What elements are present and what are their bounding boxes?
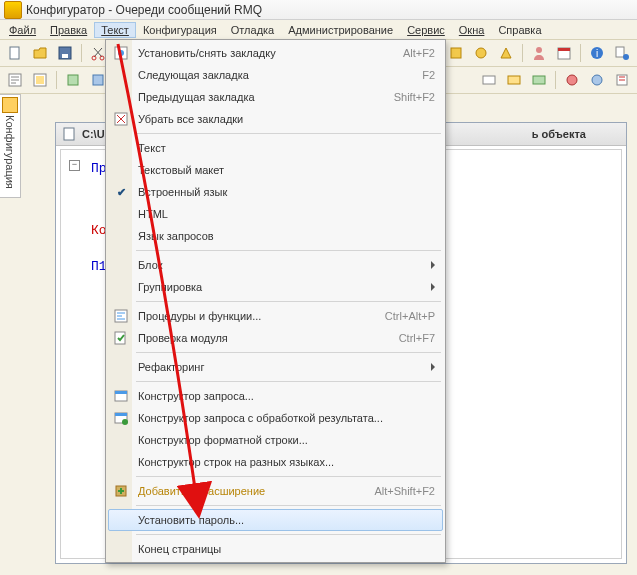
doc-title-tail: ь объекта	[532, 128, 586, 140]
menu-debug[interactable]: Отладка	[224, 22, 281, 38]
window-titlebar: Конфигуратор - Очереди сообщений RMQ	[0, 0, 637, 20]
tb2-i[interactable]	[586, 69, 608, 91]
svg-rect-24	[483, 76, 495, 84]
svg-rect-0	[10, 47, 19, 59]
window-title: Конфигуратор - Очереди сообщений RMQ	[26, 3, 262, 17]
menubar[interactable]: Файл Правка Текст Конфигурация Отладка А…	[0, 20, 637, 40]
query-builder-icon	[112, 387, 130, 405]
tb2-f[interactable]	[503, 69, 525, 91]
tb2-g[interactable]	[528, 69, 550, 91]
mi-block[interactable]: Блок	[108, 254, 443, 276]
mi-bookmark-toggle[interactable]: Установить/снять закладкуAlt+F2	[108, 42, 443, 64]
mi-add-extension[interactable]: Добавить ... расширениеAlt+Shift+F2	[108, 480, 443, 502]
mi-set-password[interactable]: Установить пароль...	[108, 509, 443, 531]
app-icon	[4, 1, 22, 19]
tb2-b[interactable]	[29, 69, 51, 91]
mi-bookmark-prev[interactable]: Предыдущая закладкаShift+F2	[108, 86, 443, 108]
mi-query-lang[interactable]: Язык запросов	[108, 225, 443, 247]
tb-new[interactable]	[4, 42, 26, 64]
menu-config[interactable]: Конфигурация	[136, 22, 224, 38]
svg-rect-21	[36, 76, 44, 84]
svg-point-28	[592, 75, 602, 85]
doc-icon	[62, 126, 78, 142]
svg-point-40	[122, 419, 128, 425]
check-module-icon	[112, 329, 130, 347]
mi-multilang-string[interactable]: Конструктор строк на разных языках...	[108, 451, 443, 473]
svg-rect-30	[64, 128, 74, 140]
bookmark-clear-icon	[112, 110, 130, 128]
svg-rect-23	[93, 75, 103, 85]
svg-rect-14	[558, 48, 570, 51]
svg-rect-2	[62, 54, 68, 58]
bookmark-toggle-icon	[112, 44, 130, 62]
tb-icon-b[interactable]	[470, 42, 492, 64]
tb-save[interactable]	[54, 42, 76, 64]
tb-icon-c[interactable]	[495, 42, 517, 64]
mi-query-builder[interactable]: Конструктор запроса...	[108, 385, 443, 407]
svg-rect-22	[68, 75, 78, 85]
config-icon	[2, 97, 18, 113]
menu-admin[interactable]: Администрирование	[281, 22, 400, 38]
svg-point-32	[118, 50, 124, 56]
menu-service[interactable]: Сервис	[400, 22, 452, 38]
svg-rect-17	[616, 47, 624, 57]
mi-html[interactable]: HTML	[108, 203, 443, 225]
submenu-arrow-icon	[431, 283, 435, 291]
svg-point-12	[536, 47, 542, 53]
side-tab-config[interactable]: Конфигурация	[0, 94, 21, 198]
fold-toggle[interactable]: −	[69, 160, 80, 171]
tb-icon-a[interactable]	[445, 42, 467, 64]
svg-rect-35	[115, 332, 125, 344]
tb2-e[interactable]	[478, 69, 500, 91]
tb-open[interactable]	[29, 42, 51, 64]
svg-point-18	[623, 54, 629, 60]
side-tab-label: Конфигурация	[4, 115, 16, 189]
tb2-j[interactable]	[611, 69, 633, 91]
mi-builtin-lang[interactable]: ✔Встроенный язык	[108, 181, 443, 203]
svg-point-27	[567, 75, 577, 85]
check-icon: ✔	[112, 183, 130, 201]
mi-text-template[interactable]: Текстовый макет	[108, 159, 443, 181]
svg-rect-37	[115, 391, 127, 394]
tb2-h[interactable]	[561, 69, 583, 91]
mi-format-string[interactable]: Конструктор форматной строки...	[108, 429, 443, 451]
menu-file[interactable]: Файл	[2, 22, 43, 38]
tb2-a[interactable]	[4, 69, 26, 91]
menu-text-dropdown: Установить/снять закладкуAlt+F2 Следующа…	[105, 39, 446, 563]
submenu-arrow-icon	[431, 363, 435, 371]
svg-rect-39	[115, 413, 127, 416]
extension-add-icon	[112, 482, 130, 500]
tb-user[interactable]	[528, 42, 550, 64]
menu-edit[interactable]: Правка	[43, 22, 94, 38]
svg-text:i: i	[596, 48, 598, 59]
tb-help[interactable]: i	[586, 42, 608, 64]
tb2-c[interactable]	[62, 69, 84, 91]
mi-procedures[interactable]: Процедуры и функции...Ctrl+Alt+P	[108, 305, 443, 327]
menu-help[interactable]: Справка	[491, 22, 548, 38]
mi-grouping[interactable]: Группировка	[108, 276, 443, 298]
mi-refactoring[interactable]: Рефакторинг	[108, 356, 443, 378]
proc-icon	[112, 307, 130, 325]
query-result-icon	[112, 409, 130, 427]
mi-bookmark-clear[interactable]: Убрать все закладки	[108, 108, 443, 130]
svg-rect-26	[533, 76, 545, 84]
svg-rect-25	[508, 76, 520, 84]
menu-text[interactable]: Текст	[94, 22, 136, 38]
menu-windows[interactable]: Окна	[452, 22, 492, 38]
submenu-arrow-icon	[431, 261, 435, 269]
mi-check-module[interactable]: Проверка модуляCtrl+F7	[108, 327, 443, 349]
mi-bookmark-next[interactable]: Следующая закладкаF2	[108, 64, 443, 86]
svg-rect-10	[451, 48, 461, 58]
mi-page-end[interactable]: Конец страницы	[108, 538, 443, 560]
tb-context-help[interactable]	[611, 42, 633, 64]
svg-point-11	[476, 48, 486, 58]
mi-text[interactable]: Текст	[108, 137, 443, 159]
tb-calendar[interactable]	[553, 42, 575, 64]
mi-query-result[interactable]: Конструктор запроса с обработкой результ…	[108, 407, 443, 429]
